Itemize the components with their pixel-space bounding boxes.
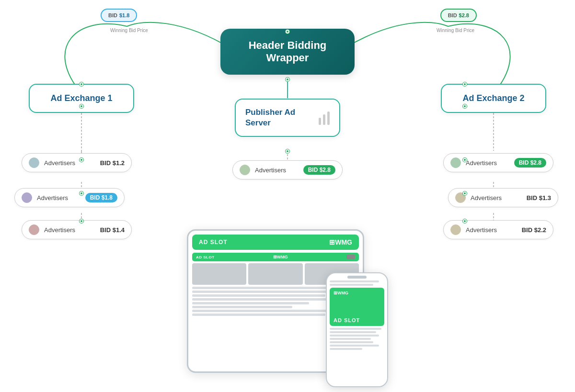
line-7 bbox=[192, 310, 342, 312]
publisher-ad-server-box: Publisher Ad Server bbox=[235, 99, 340, 137]
phone-line-9 bbox=[330, 348, 362, 350]
right-winning-bid-badge: BID $2.8 bbox=[440, 9, 477, 22]
phone-slot-label: AD SLOT bbox=[334, 317, 380, 323]
phone-line-1 bbox=[330, 280, 379, 282]
tablet-ad-slot-banner: AD SLOT ⊞WMG bbox=[192, 235, 359, 250]
adex2-top-dot bbox=[463, 82, 467, 86]
right-adv-dot-3 bbox=[450, 224, 461, 235]
right-adv-dot-conn-3 bbox=[463, 219, 467, 223]
left-adv-dot-conn-1 bbox=[80, 158, 83, 162]
tablet-img-1 bbox=[192, 263, 246, 285]
header-bidding-wrapper-box: Header Bidding Wrapper bbox=[220, 29, 355, 75]
phone-line-5 bbox=[330, 335, 379, 336]
phone-line-7 bbox=[330, 341, 373, 343]
right-advertiser-row-1: Advertisers BID $2.8 bbox=[443, 153, 553, 172]
ad-exchange-1-box: Ad Exchange 1 bbox=[29, 84, 134, 113]
adex1-top-dot bbox=[80, 82, 83, 86]
device-container: AD SLOT ⊞WMG AD SLOT ⊞WMG bbox=[187, 229, 388, 387]
bar-2 bbox=[323, 114, 325, 125]
right-adv-dot-conn-1 bbox=[463, 158, 467, 162]
hbw-bottom-dot bbox=[286, 78, 289, 81]
right-adv-dot-1 bbox=[450, 157, 461, 168]
left-advertiser-row-1: Advertisers BID $1.2 bbox=[22, 153, 132, 172]
left-adv-dot-2 bbox=[22, 192, 32, 203]
phone-line-3 bbox=[330, 328, 381, 330]
phone-line-2 bbox=[330, 284, 373, 286]
line-6 bbox=[192, 306, 292, 308]
phone-notch bbox=[347, 276, 367, 279]
hbw-top-dot bbox=[286, 30, 289, 34]
bar-3 bbox=[327, 112, 330, 125]
line-2 bbox=[192, 291, 342, 293]
left-adv-dot-conn-3 bbox=[80, 219, 83, 223]
center-adv-dot-1 bbox=[240, 165, 250, 175]
tablet-small-slot-label: AD SLOT bbox=[196, 255, 215, 259]
left-winning-bid-badge: BID $1.8 bbox=[101, 9, 137, 22]
left-advertiser-row-2: Advertisers BID $1.8 bbox=[14, 188, 125, 207]
phone-top-content bbox=[330, 280, 384, 286]
tablet-img-2 bbox=[248, 263, 302, 285]
phone-mockup: ⊞WMG AD SLOT bbox=[326, 272, 388, 387]
phone-line-8 bbox=[330, 345, 379, 347]
line-5 bbox=[192, 302, 309, 304]
left-adv-dot-3 bbox=[29, 224, 39, 235]
adex2-bottom-dot bbox=[463, 104, 467, 108]
tablet-wmg-logo: ⊞WMG bbox=[329, 238, 352, 246]
phone-wmg-logo: ⊞WMG bbox=[334, 291, 380, 295]
right-advertiser-row-3: Advertisers BID $2.2 bbox=[443, 220, 553, 239]
left-advertiser-row-3: Advertisers BID $1.4 bbox=[22, 220, 132, 239]
pub-adserver-bottom-dot bbox=[286, 149, 289, 153]
adex1-bottom-dot bbox=[80, 104, 83, 108]
center-advertiser-row-1: Advertisers BID $2.8 bbox=[232, 160, 343, 179]
ad-exchange-1-label: Ad Exchange 1 bbox=[50, 93, 112, 103]
right-winning-bid-label: Winning Bid Price bbox=[437, 28, 474, 33]
ad-exchange-2-box: Ad Exchange 2 bbox=[441, 84, 546, 113]
tablet-small-wmg: ⊞WMG bbox=[273, 255, 288, 259]
left-adv-dot-conn-2 bbox=[80, 191, 83, 195]
diagram-container: BID $1.8 Winning Bid Price BID $2.8 Winn… bbox=[0, 0, 575, 392]
left-winning-bid-label: Winning Bid Price bbox=[110, 28, 148, 33]
line-3 bbox=[192, 294, 325, 297]
line-8 bbox=[192, 314, 325, 316]
tablet-small-ad-slot: AD SLOT ⊞WMG bbox=[192, 253, 359, 261]
right-advertiser-row-2: Advertisers BID $1.3 bbox=[448, 188, 558, 207]
phone-line-6 bbox=[330, 338, 371, 340]
bar-1 bbox=[319, 118, 321, 125]
pub-adserver-bars bbox=[319, 111, 330, 125]
right-adv-dot-conn-2 bbox=[463, 191, 467, 195]
phone-ad-slot: ⊞WMG AD SLOT bbox=[330, 288, 384, 326]
pub-adserver-title: Publisher Ad Server bbox=[245, 107, 312, 128]
phone-line-4 bbox=[330, 331, 376, 333]
phone-bottom-content bbox=[330, 328, 384, 350]
left-adv-dot-1 bbox=[29, 157, 39, 168]
hbw-title: Header Bidding Wrapper bbox=[249, 39, 327, 64]
ad-exchange-2-label: Ad Exchange 2 bbox=[462, 93, 524, 103]
tablet-slot-label: AD SLOT bbox=[199, 239, 228, 246]
